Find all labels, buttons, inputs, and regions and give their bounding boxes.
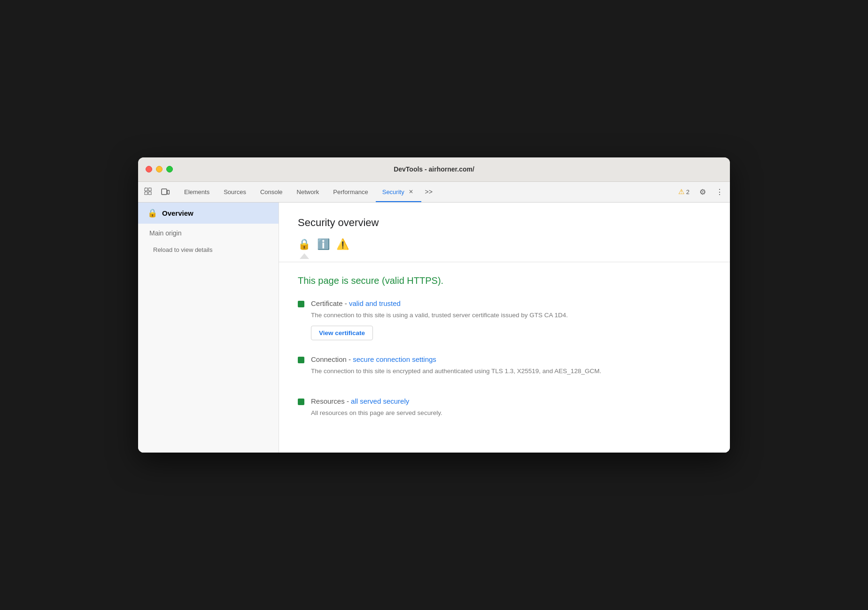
- secure-message: This page is secure (valid HTTPS).: [298, 275, 711, 286]
- close-button[interactable]: [146, 166, 152, 172]
- certificate-status-indicator: [298, 301, 304, 307]
- warning-badge[interactable]: ⚠ 2: [675, 187, 692, 197]
- resources-title: Resources - all served securely: [311, 397, 711, 405]
- maximize-button[interactable]: [166, 166, 173, 172]
- connection-section: Connection - secure connection settings …: [298, 355, 711, 382]
- svg-rect-1: [148, 188, 151, 191]
- pointer-triangle: [300, 253, 309, 259]
- connection-title: Connection - secure connection settings: [311, 355, 711, 363]
- resources-description: All resources on this page are served se…: [311, 408, 711, 418]
- sidebar-item-overview[interactable]: 🔒 Overview: [138, 203, 279, 224]
- tabs-bar: Elements Sources Console Network Perform…: [138, 182, 730, 203]
- secure-lock-icon: 🔒: [298, 238, 310, 250]
- svg-rect-4: [162, 189, 167, 195]
- svg-rect-0: [145, 188, 147, 191]
- connection-content: Connection - secure connection settings …: [311, 355, 711, 382]
- tab-sources[interactable]: Sources: [217, 181, 253, 202]
- resources-status: all served securely: [351, 397, 409, 405]
- more-options-button[interactable]: ⋮: [713, 185, 726, 198]
- tab-security[interactable]: Security ✕: [376, 181, 421, 202]
- tab-performance[interactable]: Performance: [326, 181, 374, 202]
- minimize-button[interactable]: [156, 166, 163, 172]
- connection-description: The connection to this site is encrypted…: [311, 366, 711, 376]
- certificate-description: The connection to this site is using a v…: [311, 310, 711, 321]
- divider: [279, 262, 730, 262]
- devtools-window: DevTools - airhorner.com/: [138, 157, 730, 453]
- tab-icons: [142, 185, 172, 198]
- security-warning-icon: ⚠️: [336, 238, 349, 250]
- tab-network[interactable]: Network: [290, 181, 326, 202]
- tab-elements[interactable]: Elements: [178, 181, 216, 202]
- security-icons-row: 🔒 ℹ️ ⚠️: [298, 238, 711, 250]
- more-tabs-button[interactable]: >>: [422, 185, 435, 198]
- sidebar: 🔒 Overview Main origin Reload to view de…: [138, 203, 279, 453]
- resources-content: Resources - all served securely All reso…: [311, 397, 711, 424]
- svg-rect-2: [145, 192, 147, 195]
- certificate-title: Certificate - valid and trusted: [311, 299, 711, 307]
- device-toggle-icon[interactable]: [159, 185, 172, 198]
- devtools: Elements Sources Console Network Perform…: [138, 182, 730, 453]
- element-picker-icon[interactable]: [142, 185, 155, 198]
- info-icon: ℹ️: [317, 238, 330, 250]
- window-title: DevTools - airhorner.com/: [394, 165, 474, 173]
- certificate-section: Certificate - valid and trusted The conn…: [298, 299, 711, 341]
- lock-icon: 🔒: [147, 208, 157, 218]
- page-title: Security overview: [298, 217, 711, 229]
- main-content: Security overview 🔒 ℹ️ ⚠️ This page is s…: [279, 203, 730, 453]
- traffic-lights: [146, 166, 173, 172]
- svg-rect-5: [167, 190, 170, 194]
- connection-status: secure connection settings: [353, 355, 436, 363]
- resources-status-indicator: [298, 399, 304, 405]
- sidebar-item-main-origin[interactable]: Main origin: [138, 224, 279, 242]
- warning-icon: ⚠: [678, 188, 684, 196]
- titlebar: DevTools - airhorner.com/: [138, 157, 730, 182]
- certificate-status: valid and trusted: [349, 299, 401, 307]
- view-certificate-button[interactable]: View certificate: [311, 326, 373, 340]
- tab-console[interactable]: Console: [254, 181, 289, 202]
- tabs-right-controls: ⚠ 2 ⚙ ⋮: [675, 185, 726, 198]
- connection-status-indicator: [298, 357, 304, 363]
- resources-section: Resources - all served securely All reso…: [298, 397, 711, 424]
- devtools-body: 🔒 Overview Main origin Reload to view de…: [138, 203, 730, 453]
- tab-list: Elements Sources Console Network Perform…: [178, 181, 672, 202]
- settings-button[interactable]: ⚙: [696, 185, 709, 198]
- sidebar-item-reload[interactable]: Reload to view details: [138, 242, 279, 257]
- tab-close-icon[interactable]: ✕: [407, 188, 415, 196]
- certificate-content: Certificate - valid and trusted The conn…: [311, 299, 711, 341]
- svg-rect-3: [148, 192, 151, 195]
